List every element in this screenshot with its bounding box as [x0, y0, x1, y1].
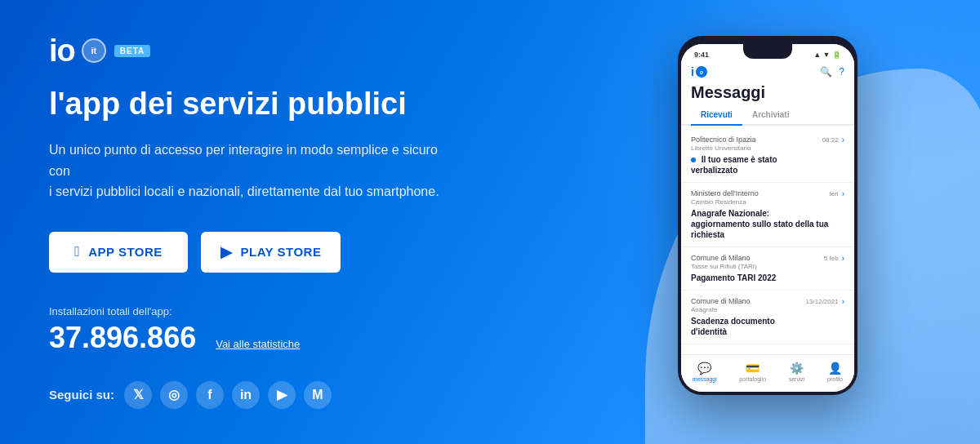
nav-messaggi-label: messaggi	[693, 376, 717, 382]
msg-time-1: Ieri	[830, 190, 839, 198]
tab-archiviati[interactable]: Archiviati	[742, 105, 800, 126]
msg-time-2: 5 feb	[824, 255, 839, 262]
msg-text-1: Anagrafe Nazionale: aggiornamento sullo …	[691, 208, 830, 240]
status-time: 9:41	[694, 51, 709, 59]
app-store-button[interactable]:  APP STORE	[49, 232, 188, 273]
right-content: 9:41 ▲ ▼ 🔋 i o 🔍 ?	[506, 0, 980, 444]
msg-arrow-0: ›	[842, 135, 844, 144]
unread-dot-0	[691, 158, 696, 162]
hero-section: io it BETA l'app dei servizi pubblici Un…	[0, 0, 980, 444]
stats-section: Installazioni totali dell'app: 37.896.86…	[49, 305, 457, 355]
facebook-icon[interactable]: f	[196, 381, 224, 409]
stats-number: 37.896.866	[49, 321, 196, 355]
tab-ricevuti[interactable]: Ricevuti	[691, 105, 742, 126]
instagram-icon[interactable]: ◎	[160, 381, 188, 409]
social-icons: 𝕏 ◎ f in ▶ M	[124, 381, 332, 409]
app-logo-small: i o	[691, 65, 707, 78]
logo-circle: it	[82, 38, 106, 63]
msg-text-3: Scadenza documento d'identità	[691, 316, 806, 337]
nav-messaggi-icon: 💬	[697, 362, 711, 375]
social-section: Seguici su: 𝕏 ◎ f in ▶ M	[49, 381, 457, 409]
app-header-icons: 🔍 ?	[820, 66, 844, 78]
play-store-button[interactable]: ▶ PLAY STORE	[201, 232, 341, 273]
app-bottom-nav: 💬 messaggi 💳 portafoglio ⚙️ servizi	[681, 354, 854, 392]
msg-arrow-3: ›	[842, 297, 844, 306]
search-icon[interactable]: 🔍	[820, 66, 832, 78]
msg-time-0: 08:22	[822, 136, 839, 144]
left-content: io it BETA l'app dei servizi pubblici Un…	[0, 0, 506, 444]
logo-io: io	[49, 35, 75, 66]
apple-icon: 	[74, 243, 80, 260]
msg-service-3: Anagrafe	[691, 306, 806, 313]
msg-sender-3: Comune di Milano	[691, 297, 806, 305]
main-title: l'app dei servizi pubblici	[49, 86, 457, 123]
message-item-2[interactable]: Comune di Milano Tasse sui Rifiuti (TARI…	[681, 247, 854, 291]
nav-profilo[interactable]: 👤 profilo	[827, 362, 843, 382]
msg-text-2: Pagamento TARI 2022	[691, 273, 824, 283]
nav-portafoglio-icon: 💳	[746, 362, 760, 375]
phone-screen: 9:41 ▲ ▼ 🔋 i o 🔍 ?	[681, 44, 854, 392]
logo-area: io it BETA	[49, 35, 457, 66]
msg-sender-2: Comune di Milano	[691, 254, 824, 262]
msg-text-0: Il tuo esame è stato verbalizzato	[691, 154, 822, 175]
status-icons: ▲ ▼ 🔋	[813, 51, 841, 59]
phone-container: 9:41 ▲ ▼ 🔋 i o 🔍 ?	[653, 36, 964, 444]
msg-time-3: 13/12/2021	[806, 298, 839, 305]
stats-label: Installazioni totali dell'app:	[49, 305, 457, 317]
messages-list: Politecnico di Ipazia Libretto Universit…	[681, 129, 854, 344]
nav-portafoglio[interactable]: 💳 portafoglio	[739, 362, 766, 382]
msg-service-1: Cambio Residenza	[691, 198, 830, 206]
msg-service-2: Tasse sui Rifiuti (TARI)	[691, 263, 824, 270]
stats-link[interactable]: Vai alle statistiche	[216, 338, 300, 350]
nav-servizi-icon: ⚙️	[790, 362, 804, 375]
nav-messaggi[interactable]: 💬 messaggi	[693, 362, 717, 382]
msg-arrow-1: ›	[842, 189, 844, 198]
help-icon[interactable]: ?	[839, 66, 844, 78]
phone-mockup: 9:41 ▲ ▼ 🔋 i o 🔍 ?	[678, 36, 858, 395]
nav-profilo-label: profilo	[827, 376, 843, 382]
app-logo-i: i	[691, 65, 694, 78]
stats-row: 37.896.866 Vai alle statistiche	[49, 321, 457, 355]
youtube-icon[interactable]: ▶	[268, 381, 296, 409]
beta-badge: BETA	[114, 45, 150, 57]
linkedin-icon[interactable]: in	[232, 381, 260, 409]
app-title: Messaggi	[681, 78, 854, 105]
store-buttons:  APP STORE ▶ PLAY STORE	[49, 232, 457, 273]
app-header: i o 🔍 ?	[681, 62, 854, 78]
nav-servizi-label: servizi	[789, 376, 805, 382]
nav-portafoglio-label: portafoglio	[739, 376, 766, 382]
message-item-3[interactable]: Comune di Milano Anagrafe Scadenza docum…	[681, 291, 854, 344]
msg-service-0: Libretto Universitario	[691, 144, 822, 152]
app-tabs: Ricevuti Archiviati	[681, 105, 854, 126]
msg-sender-1: Ministero dell'Interno	[691, 189, 830, 198]
twitter-icon[interactable]: 𝕏	[124, 381, 152, 409]
msg-arrow-2: ›	[842, 254, 844, 263]
social-label: Seguici su:	[49, 388, 114, 402]
message-item-1[interactable]: Ministero dell'Interno Cambio Residenza …	[681, 183, 854, 247]
message-item-0[interactable]: Politecnico di Ipazia Libretto Universit…	[681, 129, 854, 183]
medium-icon[interactable]: M	[304, 381, 332, 409]
subtitle: Un unico punto di accesso per interagire…	[49, 140, 457, 202]
nav-servizi[interactable]: ⚙️ servizi	[789, 362, 805, 382]
logo-it: it	[82, 38, 106, 63]
nav-profilo-icon: 👤	[828, 362, 842, 375]
play-icon: ▶	[220, 243, 233, 261]
app-logo-circle: o	[696, 66, 707, 78]
phone-notch	[743, 44, 792, 59]
msg-sender-0: Politecnico di Ipazia	[691, 135, 822, 144]
